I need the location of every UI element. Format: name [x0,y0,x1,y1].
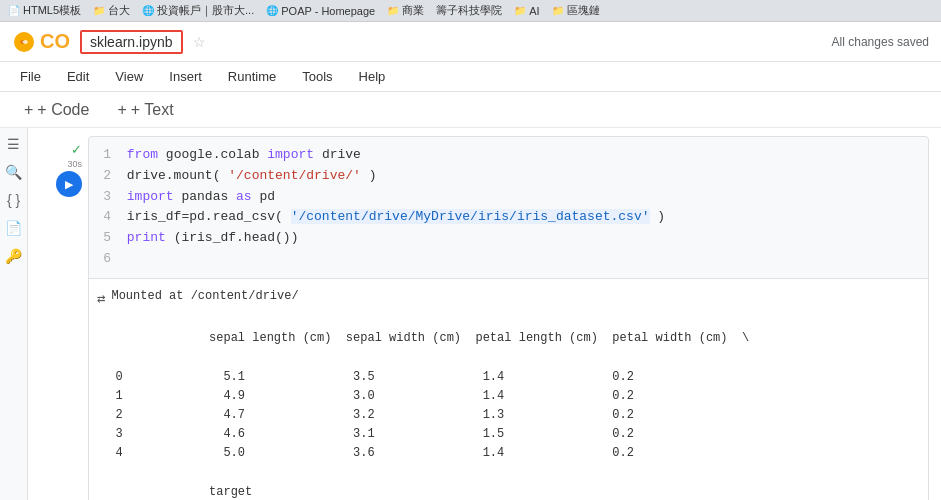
cell-left-controls: ✓ 30s ▶ [28,136,88,500]
colab-logo-text: CO [40,30,70,53]
tab-ai-label: AI [529,5,539,17]
menu-bar: File Edit View Insert Runtime Tools Help [0,62,941,92]
cell-runtime: 30s [67,159,82,169]
tab-business-label: 商業 [402,3,424,18]
code-line-4: 4 iris_df=pd.read_csv( '/content/drive/M… [101,207,916,228]
tab-html5[interactable]: 📄 HTML5模板 [8,3,81,18]
globe-icon-1: 🌐 [142,5,154,16]
star-icon[interactable]: ☆ [193,34,206,50]
add-code-label: + Code [37,101,89,119]
table-row-2: 2 4.7 3.2 1.3 0.2 [97,406,916,425]
menu-gutter-icon[interactable]: ☰ [7,136,20,152]
html5-icon: 📄 [8,5,20,16]
tab-poap[interactable]: 🌐 POAP - Homepage [266,5,375,17]
tab-tech[interactable]: 籌子科技學院 [436,3,502,18]
notebook-content: ✓ 30s ▶ 1 from google.colab import drive [28,128,941,500]
menu-tools[interactable]: Tools [298,67,336,86]
add-text-label: + Text [131,101,174,119]
tab-ai[interactable]: 📁 AI [514,5,539,17]
tab-business[interactable]: 📁 商業 [387,3,424,18]
left-gutter: ☰ 🔍 { } 📄 🔑 [0,128,28,500]
folder-icon-3: 📁 [514,5,526,16]
code-area: 1 from google.colab import drive 2 drive… [89,137,928,278]
code-gutter-icon[interactable]: { } [7,192,20,208]
code-line-3: 3 import pandas as pd [101,187,916,208]
saved-status: All changes saved [832,35,929,49]
table-header-row: sepal length (cm) sepal width (cm) petal… [97,310,916,368]
tab-html5-label: HTML5模板 [23,3,81,18]
cell-body[interactable]: 1 from google.colab import drive 2 drive… [88,136,929,500]
folder-icon-1: 📁 [93,5,105,16]
table-row-3: 3 4.6 3.1 1.5 0.2 [97,425,916,444]
table-row-0: 0 5.1 3.5 1.4 0.2 [97,368,916,387]
key-gutter-icon[interactable]: 🔑 [5,248,22,264]
tab-invest-label: 投資帳戶｜股市大... [157,3,254,18]
code-line-5: 5 print (iris_df.head()) [101,228,916,249]
colab-logo: CO [12,30,70,54]
menu-help[interactable]: Help [355,67,390,86]
menu-file[interactable]: File [16,67,45,86]
file-gutter-icon[interactable]: 📄 [5,220,22,236]
browser-tab-bar: 📄 HTML5模板 📁 台大 🌐 投資帳戶｜股市大... 🌐 POAP - Ho… [0,0,941,22]
folder-icon-2: 📁 [387,5,399,16]
folder-icon-4: 📁 [552,5,564,16]
add-code-button[interactable]: + + Code [16,97,97,123]
toolbar: + + Code + + Text [0,92,941,128]
search-gutter-icon[interactable]: 🔍 [5,164,22,180]
run-cell-button[interactable]: ▶ [56,171,82,197]
add-text-button[interactable]: + + Text [109,97,181,123]
output-area: ⇄ Mounted at /content/drive/ sepal lengt… [89,278,928,500]
tab-poap-label: POAP - Homepage [281,5,375,17]
mount-message: Mounted at /content/drive/ [111,287,298,306]
cell-check-icon: ✓ [71,142,82,157]
google-colab-icon [12,30,36,54]
mount-icon: ⇄ [97,288,105,310]
menu-runtime[interactable]: Runtime [224,67,280,86]
table-last-text: target [187,485,252,499]
code-line-2: 2 drive.mount( '/content/drive/' ) [101,166,916,187]
tab-blockchain-label: 區塊鏈 [567,3,600,18]
notebook-title-box[interactable]: sklearn.ipynb [80,30,183,54]
colab-header: CO sklearn.ipynb ☆ All changes saved [0,22,941,62]
tab-taida-label: 台大 [108,3,130,18]
table-row-1: 1 4.9 3.0 1.4 0.2 [97,387,916,406]
plus-code-icon: + [24,101,33,119]
table-last-row: target [97,464,916,500]
table-header-text: sepal length (cm) sepal width (cm) petal… [187,331,749,345]
notebook-layout: ☰ 🔍 { } 📄 🔑 ✓ 30s ▶ 1 from google.colab [0,128,941,500]
notebook-title: sklearn.ipynb [90,34,173,50]
table-row-4: 4 5.0 3.6 1.4 0.2 [97,444,916,463]
code-cell-1: ✓ 30s ▶ 1 from google.colab import drive [28,136,941,500]
menu-insert[interactable]: Insert [165,67,206,86]
code-line-6: 6 [101,249,916,270]
menu-edit[interactable]: Edit [63,67,93,86]
tab-blockchain[interactable]: 📁 區塊鏈 [552,3,600,18]
plus-text-icon: + [117,101,126,119]
menu-view[interactable]: View [111,67,147,86]
output-mount-row: ⇄ Mounted at /content/drive/ [97,287,916,310]
tab-invest[interactable]: 🌐 投資帳戶｜股市大... [142,3,254,18]
tab-taida[interactable]: 📁 台大 [93,3,130,18]
globe-icon-2: 🌐 [266,5,278,16]
code-line-1: 1 from google.colab import drive [101,145,916,166]
tab-tech-label: 籌子科技學院 [436,3,502,18]
